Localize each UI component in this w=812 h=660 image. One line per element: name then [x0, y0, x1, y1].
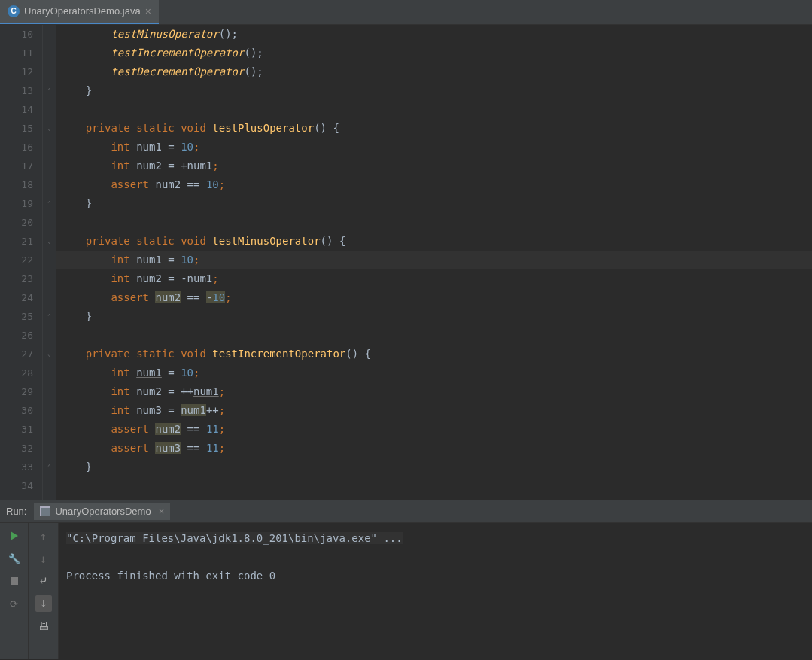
line-number[interactable]: 34 [0, 476, 42, 495]
code-line: assert num3 == 11; [56, 439, 812, 458]
line-number[interactable]: 29 [0, 382, 42, 401]
fold-mark[interactable] [43, 100, 56, 119]
close-run-tab-icon[interactable]: × [159, 506, 165, 517]
fold-mark[interactable] [43, 401, 56, 420]
console-exit-line: Process finished with exit code 0 [66, 567, 804, 585]
print-icon[interactable]: 🖶 [35, 618, 52, 634]
run-label: Run: [6, 506, 26, 517]
line-number[interactable]: 31 [0, 420, 42, 439]
code-line: int num2 = -num1; [56, 269, 812, 288]
fold-mark[interactable] [43, 269, 56, 288]
run-config-tab[interactable]: UnaryOperatorsDemo × [34, 503, 170, 520]
code-line: assert num2 == 10; [56, 175, 812, 194]
line-number[interactable]: 10 [0, 25, 42, 44]
console-line: "C:\Program Files\Java\jdk1.8.0_201\bin\… [66, 529, 804, 548]
line-number[interactable]: 27 [0, 345, 42, 363]
run-toolbar-primary: 🔧 ⟳ [0, 523, 29, 659]
code-line: } [56, 458, 812, 476]
fold-mark[interactable] [43, 25, 56, 44]
fold-mark[interactable] [43, 157, 56, 175]
code-line [56, 213, 812, 232]
line-number-gutter: 10 11 12 13 14 15 16 17 18 19 20 21 22 2… [0, 25, 43, 500]
line-number[interactable]: 24 [0, 288, 42, 307]
console-command: "C:\Program Files\Java\jdk1.8.0_201\bin\… [66, 532, 403, 544]
fold-start-icon[interactable]: ⌄ [43, 119, 56, 138]
editor-tab-label: UnaryOperatorsDemo.java [24, 5, 141, 17]
line-number[interactable]: 26 [0, 326, 42, 345]
line-number[interactable]: 17 [0, 157, 42, 175]
code-line [56, 476, 812, 495]
line-number[interactable]: 11 [0, 44, 42, 62]
line-number[interactable]: 33 [0, 458, 42, 476]
fold-mark[interactable] [43, 326, 56, 345]
line-number[interactable]: 21 [0, 232, 42, 251]
fold-mark[interactable] [43, 213, 56, 232]
up-stack-icon[interactable]: ↑ [35, 528, 52, 544]
close-tab-icon[interactable]: × [145, 5, 151, 17]
code-line: int num2 = +num1; [56, 157, 812, 175]
line-number[interactable]: 25 [0, 307, 42, 326]
code-text-area[interactable]: testMinusOperator(); testIncrementOperat… [56, 25, 812, 500]
line-number[interactable]: 22 [0, 251, 42, 269]
code-line: testIncrementOperator(); [56, 44, 812, 62]
line-number[interactable]: 12 [0, 62, 42, 81]
console-output[interactable]: "C:\Program Files\Java\jdk1.8.0_201\bin\… [59, 523, 812, 659]
line-number[interactable]: 13 [0, 81, 42, 100]
code-line: assert num2 == 11; [56, 420, 812, 439]
fold-end-icon[interactable]: ⌃ [43, 194, 56, 213]
fold-end-icon[interactable]: ⌃ [43, 81, 56, 100]
line-number[interactable]: 19 [0, 194, 42, 213]
dump-threads-button[interactable]: ⟳ [6, 595, 23, 612]
code-line-current: int num1 = 10; [56, 251, 812, 269]
line-number[interactable]: 16 [0, 138, 42, 157]
code-line: } [56, 194, 812, 213]
run-toolbar-secondary: ↑ ↓ ⤶ ⤓ 🖶 [29, 523, 59, 659]
fold-mark[interactable] [43, 251, 56, 269]
editor-tab[interactable]: C UnaryOperatorsDemo.java × [0, 0, 159, 24]
soft-wrap-icon[interactable]: ⤶ [35, 573, 52, 589]
fold-mark[interactable] [43, 44, 56, 62]
fold-mark[interactable] [43, 382, 56, 401]
fold-mark[interactable] [43, 288, 56, 307]
java-class-icon: C [8, 5, 20, 17]
editor-tab-bar: C UnaryOperatorsDemo.java × [0, 0, 812, 25]
fold-mark[interactable] [43, 138, 56, 157]
run-header: Run: UnaryOperatorsDemo × [0, 500, 812, 523]
edit-config-button[interactable]: 🔧 [6, 550, 23, 567]
code-line: int num1 = 10; [56, 138, 812, 157]
line-number[interactable]: 20 [0, 213, 42, 232]
line-number[interactable]: 14 [0, 100, 42, 119]
line-number[interactable]: 23 [0, 269, 42, 288]
code-line: } [56, 81, 812, 100]
line-number[interactable]: 30 [0, 401, 42, 420]
fold-mark[interactable] [43, 363, 56, 382]
fold-end-icon[interactable]: ⌃ [43, 307, 56, 326]
line-number[interactable]: 28 [0, 363, 42, 382]
fold-mark[interactable] [43, 175, 56, 194]
line-number[interactable]: 32 [0, 439, 42, 458]
play-icon [11, 531, 18, 540]
code-editor: 10 11 12 13 14 15 16 17 18 19 20 21 22 2… [0, 25, 812, 500]
fold-mark[interactable] [43, 62, 56, 81]
code-line: testMinusOperator(); [56, 25, 812, 44]
code-line: int num3 = num1++; [56, 401, 812, 420]
code-line: int num2 = ++num1; [56, 382, 812, 401]
fold-start-icon[interactable]: ⌄ [43, 232, 56, 251]
fold-start-icon[interactable]: ⌄ [43, 345, 56, 363]
application-icon [40, 507, 50, 516]
code-line: assert num2 == -10; [56, 288, 812, 307]
fold-mark[interactable] [43, 420, 56, 439]
stop-button[interactable] [6, 573, 23, 589]
scroll-to-end-icon[interactable]: ⤓ [35, 595, 52, 612]
fold-end-icon[interactable]: ⌃ [43, 458, 56, 476]
fold-mark[interactable] [43, 439, 56, 458]
down-stack-icon[interactable]: ↓ [35, 550, 52, 567]
run-config-name: UnaryOperatorsDemo [55, 506, 151, 517]
run-tool-window: Run: UnaryOperatorsDemo × 🔧 ⟳ ↑ ↓ ⤶ ⤓ 🖶 … [0, 500, 812, 659]
stop-icon [11, 577, 18, 585]
fold-mark[interactable] [43, 476, 56, 495]
line-number[interactable]: 18 [0, 175, 42, 194]
run-body: 🔧 ⟳ ↑ ↓ ⤶ ⤓ 🖶 "C:\Program Files\Java\jdk… [0, 523, 812, 659]
rerun-button[interactable] [6, 528, 23, 544]
line-number[interactable]: 15 [0, 119, 42, 138]
